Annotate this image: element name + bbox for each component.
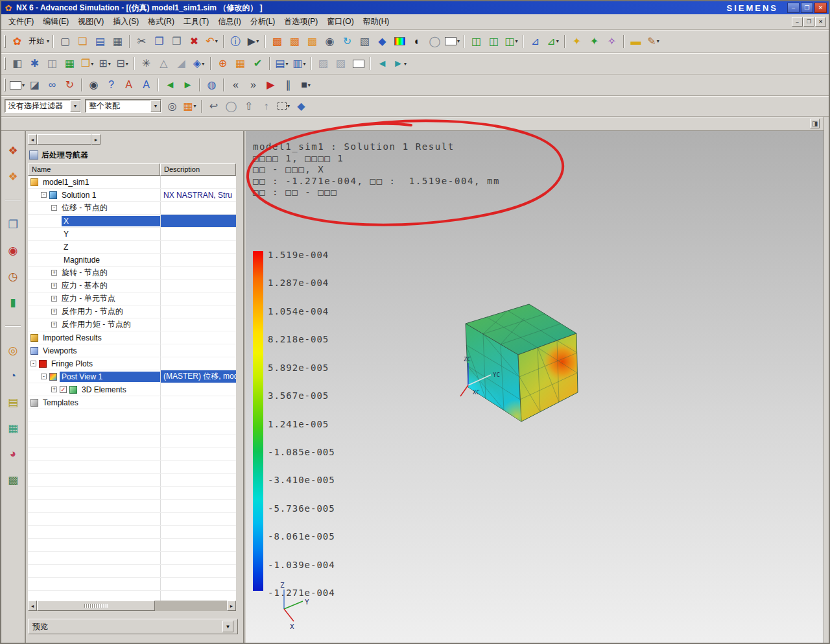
chevron-down-icon[interactable]: ▼	[150, 100, 161, 112]
close-button[interactable]: ✕	[814, 3, 827, 13]
tree-expander[interactable]: -	[41, 192, 47, 198]
tree-row[interactable]: -Post View 1(MASTER) 位移, mod	[28, 370, 236, 383]
tree-row[interactable]: +✓3D Elements	[28, 383, 236, 396]
tree-row[interactable]: -位移 - 节点的	[28, 202, 236, 215]
measure-icon[interactable]: ▬	[628, 33, 644, 49]
simulation-nav-icon[interactable]: ▮	[4, 293, 22, 311]
scroll-right-icon[interactable]: ►	[91, 134, 101, 145]
display-window3-icon[interactable]: ▩	[304, 33, 320, 49]
table-icon[interactable]: ▦	[62, 56, 78, 72]
navigate-icon[interactable]: ◍	[204, 77, 220, 93]
copy-icon[interactable]: ❐	[151, 33, 167, 49]
assembly-nav-icon[interactable]: ❐	[4, 215, 22, 233]
triangle-icon[interactable]: △	[156, 56, 172, 72]
menu-item[interactable]: 编辑(E)	[38, 14, 73, 29]
camera-icon[interactable]: ◉	[86, 77, 102, 93]
export-view1-icon[interactable]: ◫	[468, 33, 484, 49]
next-icon[interactable]: ►	[180, 77, 196, 93]
scrollbar-thumb[interactable]	[37, 134, 91, 145]
menu-item[interactable]: 插入(S)	[108, 14, 143, 29]
tree-row[interactable]: X	[28, 215, 236, 228]
history-icon[interactable]: ◷	[4, 267, 22, 285]
first-frame-icon[interactable]: «	[228, 77, 244, 93]
chart-icon[interactable]: ▦	[4, 419, 22, 437]
column-header-description[interactable]: Description	[160, 163, 236, 176]
child-minimize-button[interactable]: –	[792, 17, 803, 27]
constraint-nav-icon[interactable]: ◉	[4, 241, 22, 259]
menu-item[interactable]: 首选项(P)	[279, 14, 322, 29]
assembly-icon[interactable]: ◧	[9, 56, 25, 72]
graph-icon[interactable]: ⊿	[527, 33, 543, 49]
back-icon[interactable]: ◄	[374, 56, 390, 72]
mesh-grid-icon[interactable]: ▦▾	[182, 98, 198, 114]
tree-expander[interactable]: +	[51, 296, 57, 302]
add-icon[interactable]: ⊞▾	[97, 56, 113, 72]
wedge-icon[interactable]: ◢	[173, 56, 189, 72]
image2-icon[interactable]: ▨	[333, 56, 349, 72]
preview-section[interactable]: 预览 ▼	[28, 619, 238, 634]
scroll-right-icon[interactable]: ►	[227, 601, 236, 611]
pause-icon[interactable]: ∥	[280, 77, 296, 93]
tree-row[interactable]: Magnitude	[28, 254, 236, 267]
material-swatch[interactable]: ▾	[9, 77, 25, 93]
start-button[interactable]: 开始▾	[27, 33, 49, 49]
list-icon[interactable]: ▤▾	[274, 56, 290, 72]
clock-icon[interactable]: ◔	[4, 367, 22, 385]
menu-item[interactable]: 帮助(H)	[359, 14, 394, 29]
chevron-down-icon[interactable]: ▼	[70, 100, 80, 112]
effect2-icon[interactable]: ✦	[586, 33, 602, 49]
tree-row[interactable]: Imported Results	[28, 331, 236, 344]
list2-icon[interactable]: ▥▾	[291, 56, 307, 72]
tree-row[interactable]: Z	[28, 241, 236, 254]
component-icon[interactable]: ◫	[44, 56, 60, 72]
graphics-viewport[interactable]: model1_sim1 : Solution 1 Result□□□□ 1, □…	[246, 131, 824, 643]
toolbar-grip[interactable]	[4, 78, 6, 91]
export-view2-icon[interactable]: ◫	[486, 33, 502, 49]
diamond-icon[interactable]: ◈▾	[191, 56, 207, 72]
text-style2-icon[interactable]: A	[138, 77, 154, 93]
image1-icon[interactable]: ▨	[315, 56, 331, 72]
right-panel-strip[interactable]	[824, 117, 829, 643]
target-icon[interactable]: ⊕	[215, 56, 231, 72]
solid-cube-icon[interactable]: ◆	[293, 98, 309, 114]
web-browser-icon[interactable]: ◎	[4, 341, 22, 359]
menu-item[interactable]: 信息(I)	[213, 14, 245, 29]
chevron-down-icon[interactable]: ▼	[222, 621, 233, 632]
scroll-left-icon[interactable]: ◄	[28, 601, 37, 611]
command-finder-icon[interactable]: ▶▾	[245, 33, 261, 49]
new-file-icon[interactable]: ▢	[57, 33, 73, 49]
scrollbar-track[interactable]	[37, 601, 227, 611]
scroll-left-icon[interactable]: ◄	[28, 134, 37, 145]
column-header-name[interactable]: Name	[28, 163, 160, 176]
selection-scope-combo[interactable]: 整个装配 ▼	[85, 99, 161, 113]
restore-button[interactable]: ❐	[801, 3, 813, 13]
undo-small-icon[interactable]: ↩	[206, 98, 222, 114]
roles-icon[interactable]: ◕	[4, 445, 22, 463]
tree-expander[interactable]: +	[51, 270, 57, 276]
tree-expander[interactable]: +	[51, 387, 57, 392]
toolbar-grip[interactable]	[4, 57, 6, 70]
export-view3-icon[interactable]: ◫▾	[503, 33, 519, 49]
up-icon[interactable]: ⇧	[241, 98, 257, 114]
tree-row[interactable]: -Fringe Plots	[28, 357, 236, 370]
menu-item[interactable]: 格式(R)	[143, 14, 179, 29]
tree-row[interactable]: +应力 - 单元节点	[28, 292, 236, 305]
select-box-icon[interactable]: ▾	[276, 98, 292, 114]
scrollbar-thumb[interactable]	[37, 601, 155, 611]
forward-icon[interactable]: ►▾	[392, 56, 408, 72]
prev-icon[interactable]: ◄	[162, 77, 178, 93]
mesh-icon[interactable]: ▦	[232, 56, 248, 72]
tree-row[interactable]: +反作用力 - 节点的	[28, 305, 236, 318]
tree-row[interactable]: +反作用力矩 - 节点的	[28, 318, 236, 331]
delete-icon[interactable]: ✖	[186, 33, 202, 49]
tree-checkbox[interactable]: ✓	[60, 386, 67, 393]
shaded-display-icon[interactable]: ◐	[409, 33, 425, 49]
fit-view-icon[interactable]: ◆	[374, 33, 390, 49]
rotate-view-icon[interactable]: ↻	[339, 33, 355, 49]
child-close-button[interactable]: ✕	[815, 17, 826, 27]
pan-icon[interactable]: ▧	[357, 33, 373, 49]
menu-item[interactable]: 分析(L)	[246, 14, 280, 29]
display-window2-icon[interactable]: ▩	[287, 33, 303, 49]
tree-row[interactable]: model1_sim1	[28, 176, 236, 189]
minimize-button[interactable]: –	[787, 3, 800, 13]
